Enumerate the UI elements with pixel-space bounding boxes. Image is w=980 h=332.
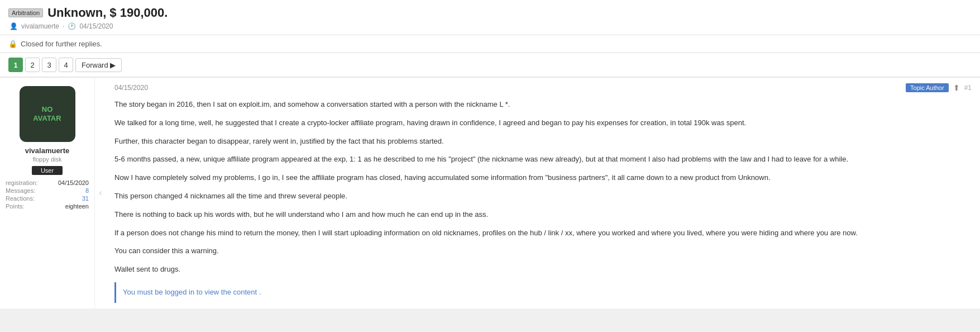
page-wrapper: Arbitration Unknown, $ 190,000. 👤 vivala… — [0, 0, 980, 309]
topic-author-badge: Topic Author — [906, 83, 949, 92]
post-paragraph-6: There is nothing to back up his words wi… — [114, 209, 972, 221]
lock-icon: 🔒 — [8, 40, 17, 48]
avatar: NOAVATAR — [20, 86, 75, 142]
post-content-area: 04/15/2020 Topic Author ⬆ #1 The story b… — [106, 78, 980, 309]
messages-label: Messages: — [6, 187, 35, 194]
user-role-badge: User — [32, 166, 63, 175]
stat-row-reactions: Reactions: 31 — [6, 195, 89, 202]
page-btn-3[interactable]: 3 — [42, 58, 56, 72]
quote-text[interactable]: You must be logged in to view the conten… — [123, 288, 261, 296]
page-btn-2[interactable]: 2 — [25, 58, 40, 72]
forward-button[interactable]: Forward ▶ — [75, 58, 122, 72]
messages-value: 8 — [85, 187, 89, 194]
post-paragraph-9: Wallet sent to drugs. — [114, 264, 972, 276]
thread-title-row: Arbitration Unknown, $ 190,000. — [8, 6, 972, 20]
pagination: 1 2 3 4 Forward ▶ — [0, 53, 980, 77]
user-icon: 👤 — [9, 22, 18, 30]
post-container: NOAVATAR vivalamuerte floppy disk User r… — [0, 77, 980, 309]
stat-row-points: Points: eighteen — [6, 203, 89, 210]
thread-author: vivalamuerte — [21, 22, 59, 30]
points-value: eighteen — [65, 203, 89, 210]
page-btn-1[interactable]: 1 — [8, 58, 23, 72]
user-sidebar: NOAVATAR vivalamuerte floppy disk User r… — [0, 78, 95, 309]
post-paragraph-1: We talked for a long time, well, he sugg… — [114, 117, 972, 129]
post-date: 04/15/2020 — [114, 84, 148, 92]
post-paragraph-4: Now I have completely solved my problems… — [114, 172, 972, 184]
thread-meta: 👤 vivalamuerte · 🕐 04/15/2020 — [8, 22, 972, 30]
user-subtitle: floppy disk — [33, 156, 62, 163]
separator: · — [63, 22, 64, 30]
forward-label: Forward — [82, 61, 108, 69]
registration-value: 04/15/2020 — [58, 179, 89, 186]
post-paragraph-2: Further, this character began to disappe… — [114, 136, 972, 148]
stat-row-messages: Messages: 8 — [6, 187, 89, 194]
nav-arrow-left[interactable]: ‹ — [95, 188, 106, 198]
post-paragraph-0: The story began in 2016, then I sat on e… — [114, 99, 972, 111]
reactions-label: Reactions: — [6, 195, 35, 202]
registration-label: registration: — [6, 179, 37, 186]
post-number: #1 — [964, 84, 972, 92]
thread-date: 04/15/2020 — [79, 22, 113, 30]
closed-text: Closed for further replies. — [21, 40, 102, 48]
thread-title: Unknown, $ 190,000. — [47, 6, 168, 20]
post-paragraph-5: This person changed 4 nicknames all the … — [114, 191, 972, 202]
thread-header: Arbitration Unknown, $ 190,000. 👤 vivala… — [0, 0, 980, 35]
page-btn-4[interactable]: 4 — [59, 58, 73, 72]
post-header: 04/15/2020 Topic Author ⬆ #1 — [114, 83, 972, 92]
left-arrow-icon: ‹ — [99, 188, 102, 198]
tag-arbitration: Arbitration — [8, 8, 43, 17]
username: vivalamuerte — [25, 146, 70, 155]
post-header-right: Topic Author ⬆ #1 — [906, 83, 972, 92]
points-label: Points: — [6, 203, 25, 210]
clock-icon: 🕐 — [68, 22, 76, 30]
post-text: The story began in 2016, then I sat on e… — [114, 99, 972, 303]
forward-arrow-icon: ▶ — [110, 61, 116, 69]
avatar-text: NOAVATAR — [33, 105, 61, 122]
post-paragraph-8: You can consider this a warning. — [114, 245, 972, 257]
post-paragraph-7: If a person does not change his mind to … — [114, 227, 972, 239]
reactions-value: 31 — [82, 195, 89, 202]
quote-block: You must be logged in to view the conten… — [114, 282, 972, 303]
stat-row-registration: registration: 04/15/2020 — [6, 179, 89, 186]
share-icon[interactable]: ⬆ — [953, 83, 960, 92]
post-paragraph-3: 5-6 months passed, a new, unique affilia… — [114, 154, 972, 165]
user-stats: registration: 04/15/2020 Messages: 8 Rea… — [6, 179, 89, 211]
closed-notice: 🔒 Closed for further replies. — [0, 35, 980, 53]
